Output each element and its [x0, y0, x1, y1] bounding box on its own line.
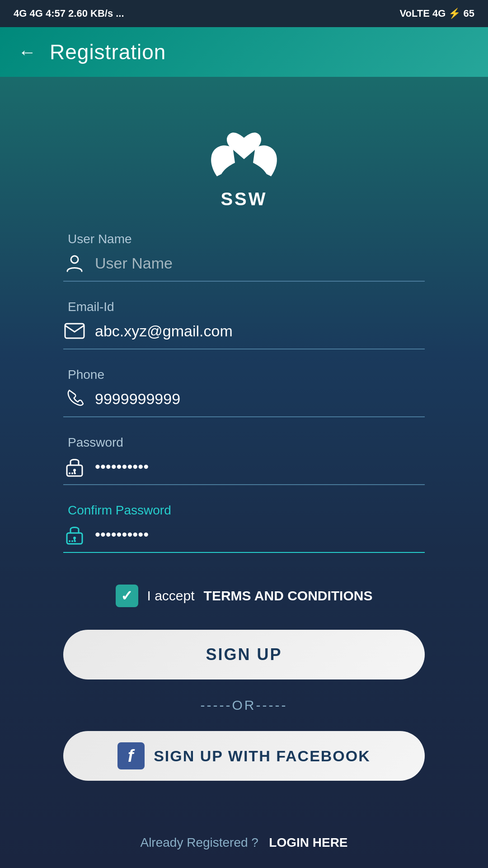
- svg-point-11: [69, 540, 70, 542]
- terms-accept-text: I accept: [147, 588, 195, 604]
- username-row: [63, 252, 425, 282]
- phone-label: Phone: [63, 368, 425, 382]
- or-divider: -----OR-----: [201, 698, 288, 713]
- status-left: 4G 4G 4:57 2.60 KB/s ...: [14, 8, 124, 19]
- lock-icon-2: [63, 523, 86, 546]
- svg-point-6: [71, 472, 73, 474]
- phone-icon: [63, 387, 86, 410]
- svg-point-12: [71, 540, 73, 542]
- facebook-button-label: SIGN UP WITH FACEBOOK: [154, 747, 371, 765]
- password-label: Password: [63, 435, 425, 450]
- confirm-password-row: [63, 523, 425, 553]
- signup-button[interactable]: SIGN UP: [63, 630, 425, 679]
- logo-area: SSW: [203, 104, 285, 209]
- status-left-text: 4G 4G 4:57 2.60 KB/s ...: [14, 8, 124, 19]
- confirm-password-field-group: Confirm Password: [63, 503, 425, 553]
- check-icon: ✓: [121, 587, 133, 604]
- svg-point-0: [71, 256, 78, 263]
- svg-point-13: [74, 540, 76, 542]
- logo-icon: [203, 104, 285, 185]
- status-right-text: VoLTE 4G ⚡ 65: [399, 8, 474, 19]
- confirm-password-label: Confirm Password: [63, 503, 425, 518]
- svg-point-7: [74, 472, 76, 474]
- lock-icon: [63, 455, 86, 478]
- top-bar: ← Registration: [0, 27, 488, 77]
- password-field-group: Password: [63, 435, 425, 485]
- confirm-password-input[interactable]: [95, 526, 425, 543]
- phone-input[interactable]: [95, 390, 425, 408]
- phone-row: [63, 387, 425, 417]
- phone-field-group: Phone: [63, 368, 425, 417]
- logo-text: SSW: [221, 189, 267, 209]
- email-label: Email-Id: [63, 300, 425, 314]
- email-input[interactable]: [95, 322, 425, 340]
- email-row: [63, 320, 425, 349]
- username-field-group: User Name: [63, 232, 425, 282]
- facebook-icon: f: [117, 742, 145, 769]
- status-bar: 4G 4G 4:57 2.60 KB/s ... VoLTE 4G ⚡ 65: [0, 0, 488, 27]
- main-content: SSW User Name Email-Id: [0, 77, 488, 868]
- email-icon: [63, 320, 86, 342]
- password-row: [63, 455, 425, 485]
- user-icon: [63, 252, 86, 274]
- username-input[interactable]: [95, 255, 425, 272]
- back-button[interactable]: ←: [18, 42, 36, 62]
- page-title: Registration: [50, 40, 166, 64]
- login-footer: Already Registered ? LOGIN HERE: [140, 835, 347, 850]
- email-field-group: Email-Id: [63, 300, 425, 349]
- form-area: User Name Email-Id: [63, 232, 425, 571]
- already-registered-text: Already Registered ?: [140, 835, 258, 849]
- svg-rect-1: [65, 324, 84, 338]
- password-input[interactable]: [95, 458, 425, 476]
- facebook-signup-button[interactable]: f SIGN UP WITH FACEBOOK: [63, 731, 425, 781]
- status-right: VoLTE 4G ⚡ 65: [399, 8, 474, 19]
- username-label: User Name: [63, 232, 425, 246]
- terms-row: ✓ I accept TERMS AND CONDITIONS: [116, 585, 373, 607]
- svg-point-5: [69, 472, 70, 474]
- login-here-link[interactable]: LOGIN HERE: [269, 835, 347, 849]
- terms-link[interactable]: TERMS AND CONDITIONS: [204, 588, 373, 604]
- terms-checkbox[interactable]: ✓: [116, 585, 138, 607]
